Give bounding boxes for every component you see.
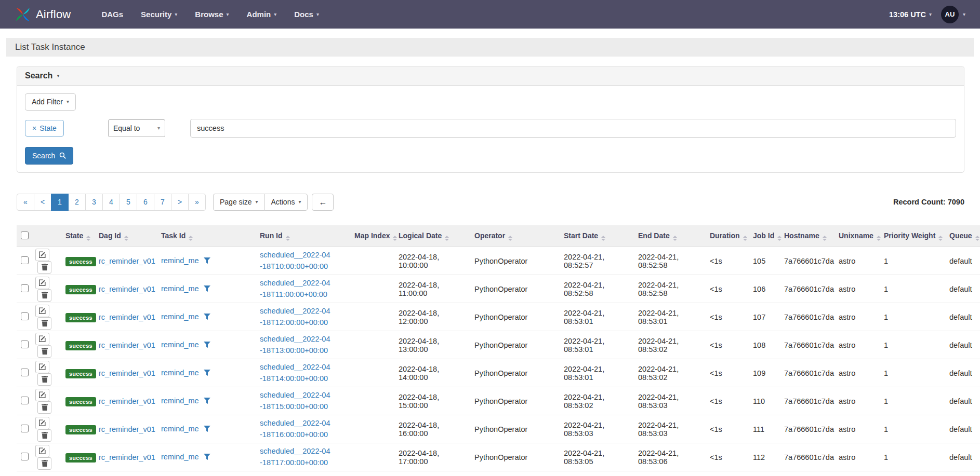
- task-id-link[interactable]: remind_me: [161, 312, 199, 321]
- condition-select[interactable]: Equal to ▾: [108, 119, 165, 137]
- pagination-last[interactable]: »: [188, 194, 206, 211]
- column-header-dag-id[interactable]: Dag Id: [99, 225, 161, 247]
- dag-id-link[interactable]: rc_reminder_v01: [99, 341, 155, 349]
- dag-id-link[interactable]: rc_reminder_v01: [99, 425, 155, 433]
- column-header-duration[interactable]: Duration: [710, 225, 753, 247]
- column-header-operator[interactable]: Operator: [474, 225, 564, 247]
- delete-button[interactable]: [37, 289, 51, 302]
- avatar[interactable]: AU: [941, 6, 959, 23]
- edit-button[interactable]: [35, 417, 49, 429]
- dag-id-link[interactable]: rc_reminder_v01: [99, 313, 155, 321]
- pagination-next[interactable]: >: [171, 194, 189, 211]
- column-header-task-id[interactable]: Task Id: [161, 225, 260, 247]
- dag-id-link[interactable]: rc_reminder_v01: [99, 397, 155, 405]
- pagination-page-1[interactable]: 1: [51, 194, 69, 211]
- run-id-link[interactable]: scheduled__2022-04-18T16:00:00+00:00: [260, 418, 330, 441]
- run-id-link[interactable]: scheduled__2022-04-18T10:00:00+00:00: [260, 250, 330, 273]
- row-checkbox[interactable]: [21, 453, 29, 460]
- filter-funnel-icon[interactable]: [204, 313, 210, 321]
- close-icon[interactable]: ×: [32, 124, 36, 132]
- dag-id-link[interactable]: rc_reminder_v01: [99, 285, 155, 293]
- column-header-hostname[interactable]: Hostname: [784, 225, 839, 247]
- row-checkbox[interactable]: [21, 369, 29, 376]
- page-size-button[interactable]: Page size ▾: [213, 194, 265, 211]
- column-header-logical-date[interactable]: Logical Date: [399, 225, 474, 247]
- filter-funnel-icon[interactable]: [204, 257, 210, 265]
- task-id-link[interactable]: remind_me: [161, 397, 199, 405]
- run-id-link[interactable]: scheduled__2022-04-18T17:00:00+00:00: [260, 446, 330, 469]
- task-id-link[interactable]: remind_me: [161, 256, 199, 265]
- pagination-page-4[interactable]: 4: [102, 194, 120, 211]
- nav-item-admin[interactable]: Admin ▾: [238, 0, 286, 29]
- row-checkbox[interactable]: [21, 284, 29, 292]
- task-id-link[interactable]: remind_me: [161, 425, 199, 433]
- delete-button[interactable]: [37, 345, 51, 358]
- edit-button[interactable]: [35, 333, 49, 345]
- column-header-start-date[interactable]: Start Date: [564, 225, 638, 247]
- column-header-run-id[interactable]: Run Id: [260, 225, 354, 247]
- column-header-end-date[interactable]: End Date: [638, 225, 710, 247]
- row-checkbox[interactable]: [21, 312, 29, 320]
- pagination-page-6[interactable]: 6: [137, 194, 154, 211]
- task-id-link[interactable]: remind_me: [161, 369, 199, 377]
- filter-funnel-icon[interactable]: [204, 425, 210, 433]
- filter-funnel-icon[interactable]: [204, 285, 210, 293]
- search-button[interactable]: Search: [25, 147, 73, 165]
- remove-state-filter-button[interactable]: × State: [25, 120, 64, 137]
- dag-id-link[interactable]: rc_reminder_v01: [99, 369, 155, 377]
- filter-funnel-icon[interactable]: [204, 453, 210, 461]
- pagination-page-5[interactable]: 5: [120, 194, 137, 211]
- airflow-brand[interactable]: Airflow: [15, 6, 71, 23]
- column-header-unixname[interactable]: Unixname: [839, 225, 884, 247]
- pagination-prev[interactable]: <: [34, 194, 51, 211]
- column-header-queue[interactable]: Queue: [949, 225, 980, 247]
- column-header-job-id[interactable]: Job Id: [753, 225, 784, 247]
- dag-id-link[interactable]: rc_reminder_v01: [99, 453, 155, 461]
- filter-funnel-icon[interactable]: [204, 369, 210, 377]
- clock-dropdown[interactable]: 13:06 UTC ▾: [889, 10, 932, 19]
- delete-button[interactable]: [37, 401, 51, 414]
- nav-item-security[interactable]: Security ▾: [132, 0, 186, 29]
- edit-button[interactable]: [35, 249, 49, 261]
- row-checkbox[interactable]: [21, 341, 29, 348]
- edit-button[interactable]: [35, 389, 49, 401]
- pagination-page-3[interactable]: 3: [85, 194, 103, 211]
- select-all-checkbox[interactable]: [21, 232, 29, 239]
- column-header-state[interactable]: State: [65, 225, 99, 247]
- filter-funnel-icon[interactable]: [204, 397, 210, 405]
- run-id-link[interactable]: scheduled__2022-04-18T15:00:00+00:00: [260, 390, 330, 413]
- column-header-map-index[interactable]: Map Index: [354, 225, 399, 247]
- edit-button[interactable]: [35, 361, 49, 373]
- nav-item-docs[interactable]: Docs ▾: [285, 0, 328, 29]
- row-checkbox[interactable]: [21, 425, 29, 432]
- pagination-page-7[interactable]: 7: [154, 194, 171, 211]
- chevron-down-icon[interactable]: ▾: [963, 12, 965, 17]
- column-header-priority-weight[interactable]: Priority Weight: [884, 225, 949, 247]
- run-id-link[interactable]: scheduled__2022-04-18T13:00:00+00:00: [260, 334, 330, 357]
- pagination-first[interactable]: «: [17, 194, 34, 211]
- run-id-link[interactable]: scheduled__2022-04-18T11:00:00+00:00: [260, 278, 330, 301]
- task-id-link[interactable]: remind_me: [161, 284, 199, 293]
- task-id-link[interactable]: remind_me: [161, 453, 199, 461]
- delete-button[interactable]: [37, 429, 51, 442]
- run-id-link[interactable]: scheduled__2022-04-18T12:00:00+00:00: [260, 306, 330, 329]
- edit-button[interactable]: [35, 277, 49, 289]
- run-id-link[interactable]: scheduled__2022-04-18T14:00:00+00:00: [260, 362, 330, 385]
- delete-button[interactable]: [37, 457, 51, 470]
- actions-button[interactable]: Actions ▾: [264, 194, 308, 211]
- pagination-page-2[interactable]: 2: [68, 194, 86, 211]
- row-checkbox[interactable]: [21, 256, 29, 264]
- delete-button[interactable]: [37, 261, 51, 274]
- row-checkbox[interactable]: [21, 397, 29, 404]
- task-id-link[interactable]: remind_me: [161, 341, 199, 349]
- nav-item-browse[interactable]: Browse ▾: [186, 0, 237, 29]
- delete-button[interactable]: [37, 317, 51, 330]
- filter-funnel-icon[interactable]: [204, 341, 210, 349]
- add-filter-button[interactable]: Add Filter ▾: [25, 93, 76, 111]
- edit-button[interactable]: [35, 305, 49, 317]
- nav-item-dags[interactable]: DAGs: [92, 0, 132, 29]
- dag-id-link[interactable]: rc_reminder_v01: [99, 257, 155, 265]
- filter-value-input[interactable]: [190, 119, 956, 138]
- back-button[interactable]: ←: [312, 194, 334, 211]
- search-panel-header[interactable]: Search ▾: [17, 66, 964, 86]
